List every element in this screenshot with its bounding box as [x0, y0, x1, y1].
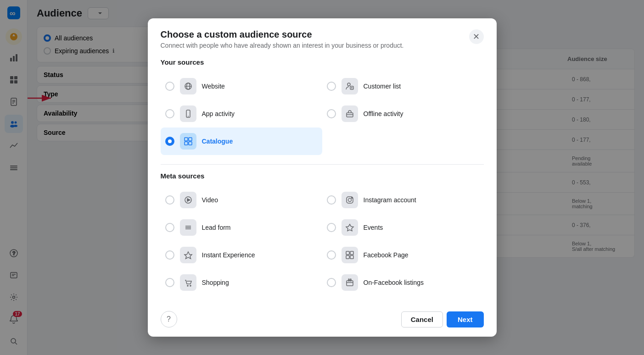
on-facebook-listings-icon	[342, 274, 358, 291]
source-instant-experience-radio	[165, 250, 174, 260]
catalogue-icon	[180, 133, 196, 150]
source-lead-form[interactable]: Lead form	[161, 214, 322, 241]
your-sources-label: Your sources	[161, 58, 484, 66]
svg-rect-55	[185, 138, 188, 141]
source-offline-activity-radio	[327, 109, 336, 118]
footer-actions: Cancel Next	[401, 311, 484, 327]
dialog-footer: ? Cancel Next	[161, 305, 484, 327]
source-on-facebook-listings-radio	[327, 278, 336, 287]
svg-rect-71	[346, 255, 349, 259]
svg-rect-70	[350, 251, 353, 255]
source-lead-form-radio	[165, 223, 174, 232]
events-icon	[342, 219, 358, 236]
svg-rect-58	[189, 142, 192, 145]
instagram-icon	[342, 192, 358, 208]
source-instagram-radio	[327, 195, 336, 205]
source-catalogue[interactable]: Catalogue	[161, 128, 322, 155]
your-sources-grid: Website Customer list App activity	[161, 72, 484, 155]
source-on-facebook-listings[interactable]: On-Facebook listings	[322, 269, 484, 296]
source-facebook-page[interactable]: Facebook Page	[322, 241, 484, 269]
source-facebook-page-name: Facebook Page	[364, 251, 409, 259]
svg-point-62	[348, 199, 351, 202]
source-customer-list-name: Customer list	[364, 83, 401, 90]
source-lead-form-name: Lead form	[202, 224, 231, 231]
source-on-facebook-listings-name: On-Facebook listings	[364, 279, 424, 286]
source-offline-activity[interactable]: Offline activity	[322, 100, 484, 128]
dialog-subtitle: Connect with people who have already sho…	[161, 42, 404, 49]
source-app-activity-radio	[165, 109, 174, 118]
svg-point-73	[187, 285, 188, 286]
source-catalogue-radio	[165, 137, 174, 146]
source-catalogue-name: Catalogue	[202, 138, 233, 145]
video-icon	[180, 192, 196, 208]
source-app-activity-name: App activity	[202, 110, 235, 117]
source-facebook-page-radio	[327, 250, 336, 260]
svg-marker-67	[346, 224, 353, 231]
source-shopping[interactable]: Shopping	[161, 269, 322, 296]
source-shopping-name: Shopping	[202, 279, 229, 286]
source-shopping-radio	[165, 278, 174, 287]
svg-point-47	[347, 83, 350, 86]
website-icon	[180, 78, 196, 94]
source-events[interactable]: Events	[322, 214, 484, 241]
source-instagram[interactable]: Instagram account	[322, 186, 484, 214]
dialog: Choose a custom audience source Connect …	[148, 18, 497, 337]
svg-rect-56	[189, 138, 192, 141]
svg-point-74	[190, 285, 191, 286]
meta-sources-label: Meta sources	[161, 172, 484, 180]
source-website[interactable]: Website	[161, 72, 322, 100]
svg-rect-78	[350, 279, 351, 281]
source-website-name: Website	[202, 83, 225, 90]
svg-marker-68	[185, 252, 192, 259]
svg-rect-75	[347, 281, 353, 286]
shopping-icon	[180, 274, 196, 291]
help-button[interactable]: ?	[161, 311, 177, 327]
source-video-radio	[165, 195, 174, 205]
source-video[interactable]: Video	[161, 186, 322, 214]
svg-rect-57	[185, 142, 188, 145]
modal-overlay: Choose a custom audience source Connect …	[0, 0, 644, 355]
customer-list-icon	[342, 78, 358, 94]
source-events-name: Events	[364, 224, 383, 231]
section-divider	[161, 164, 484, 165]
source-app-activity[interactable]: App activity	[161, 100, 322, 128]
lead-form-icon	[180, 219, 196, 236]
source-video-name: Video	[202, 196, 218, 204]
svg-marker-60	[187, 199, 190, 201]
dialog-close-button[interactable]: ✕	[469, 29, 484, 44]
next-button[interactable]: Next	[447, 311, 484, 327]
source-events-radio	[327, 223, 336, 232]
dialog-header: Choose a custom audience source Connect …	[161, 29, 484, 49]
source-offline-activity-name: Offline activity	[364, 110, 403, 117]
source-customer-list[interactable]: Customer list	[322, 72, 484, 100]
app-activity-icon	[180, 105, 196, 122]
source-website-radio	[165, 82, 174, 91]
source-instant-experience-name: Instant Experience	[202, 251, 255, 259]
cancel-button[interactable]: Cancel	[401, 311, 443, 327]
source-instagram-name: Instagram account	[364, 196, 416, 204]
svg-point-63	[351, 198, 352, 199]
source-customer-list-radio	[327, 82, 336, 91]
svg-rect-77	[348, 279, 349, 281]
source-instant-experience[interactable]: Instant Experience	[161, 241, 322, 269]
dialog-title: Choose a custom audience source	[161, 29, 404, 40]
offline-activity-icon	[342, 105, 358, 122]
facebook-page-icon	[342, 247, 358, 263]
instant-experience-icon	[180, 247, 196, 263]
svg-rect-72	[350, 255, 353, 259]
meta-sources-grid: Video Instagram account Lead form	[161, 186, 484, 296]
svg-rect-69	[346, 251, 349, 255]
